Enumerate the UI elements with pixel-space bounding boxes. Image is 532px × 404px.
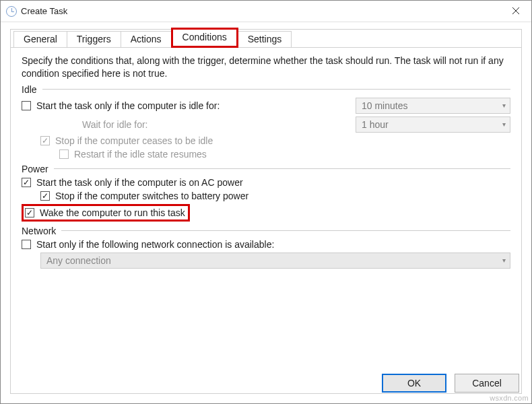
divider xyxy=(61,230,510,231)
chevron-down-icon: ▾ xyxy=(502,102,506,109)
tab-general[interactable]: General xyxy=(13,31,67,48)
window-title: Create Task xyxy=(21,6,67,16)
idle-duration-combo: 10 minutes ▾ xyxy=(356,98,510,114)
idle-restart-checkbox xyxy=(59,149,69,159)
idle-stop-checkbox xyxy=(40,136,50,145)
tab-actions[interactable]: Actions xyxy=(121,31,172,48)
cancel-button[interactable]: Cancel xyxy=(455,374,519,393)
conditions-panel: Specify the conditions that, along with … xyxy=(11,48,521,269)
power-wake-checkbox[interactable] xyxy=(25,208,34,217)
network-legend: Network xyxy=(22,226,56,236)
chevron-down-icon: ▾ xyxy=(502,121,506,128)
power-legend: Power xyxy=(22,164,48,174)
idle-restart-label: Restart if the idle state resumes xyxy=(74,149,207,160)
power-ac-checkbox[interactable] xyxy=(22,178,31,187)
idle-wait-combo: 1 hour ▾ xyxy=(356,116,510,133)
idle-start-label: Start the task only if the computer is i… xyxy=(36,100,326,111)
idle-group: Idle Start the task only if the computer… xyxy=(22,84,510,160)
tab-settings[interactable]: Settings xyxy=(238,31,292,48)
chevron-down-icon: ▾ xyxy=(502,257,506,264)
tab-conditions[interactable]: Conditions xyxy=(171,28,238,48)
close-icon xyxy=(512,7,520,15)
power-battery-checkbox[interactable] xyxy=(40,191,50,201)
watermark: wsxdn.com xyxy=(490,394,529,402)
network-group: Network Start only if the following netw… xyxy=(22,226,510,269)
idle-stop-label: Stop if the computer ceases to be idle xyxy=(55,135,213,146)
power-ac-label: Start the task only if the computer is o… xyxy=(36,177,243,188)
titlebar: Create Task xyxy=(1,1,531,22)
ok-button[interactable]: OK xyxy=(382,374,446,393)
idle-wait-label: Wait for idle for: xyxy=(82,119,356,130)
idle-legend: Idle xyxy=(22,84,37,95)
divider xyxy=(54,168,510,169)
task-scheduler-icon xyxy=(6,6,17,17)
power-wake-label: Wake the computer to run this task xyxy=(40,207,185,218)
network-connection-value: Any connection xyxy=(46,255,111,266)
create-task-window: Create Task General Triggers Actions Con… xyxy=(0,0,532,404)
dialog-content: General Triggers Actions Conditions Sett… xyxy=(10,29,522,394)
network-start-checkbox[interactable] xyxy=(22,240,31,249)
conditions-description: Specify the conditions that, along with … xyxy=(22,55,510,80)
idle-duration-value: 10 minutes xyxy=(362,100,407,111)
power-battery-label: Stop if the computer switches to battery… xyxy=(55,191,248,201)
power-group: Power Start the task only if the compute… xyxy=(22,164,510,222)
network-connection-combo: Any connection ▾ xyxy=(40,252,510,269)
tabs: General Triggers Actions Conditions Sett… xyxy=(11,29,521,48)
tab-triggers[interactable]: Triggers xyxy=(67,31,121,48)
close-button[interactable] xyxy=(500,1,531,21)
divider xyxy=(42,89,510,90)
idle-wait-value: 1 hour xyxy=(362,119,389,130)
idle-start-checkbox[interactable] xyxy=(22,101,31,110)
tab-underline xyxy=(11,47,521,48)
dialog-buttons: OK Cancel xyxy=(382,374,519,393)
wake-highlight: Wake the computer to run this task xyxy=(22,204,190,222)
network-start-label: Start only if the following network conn… xyxy=(36,239,274,250)
